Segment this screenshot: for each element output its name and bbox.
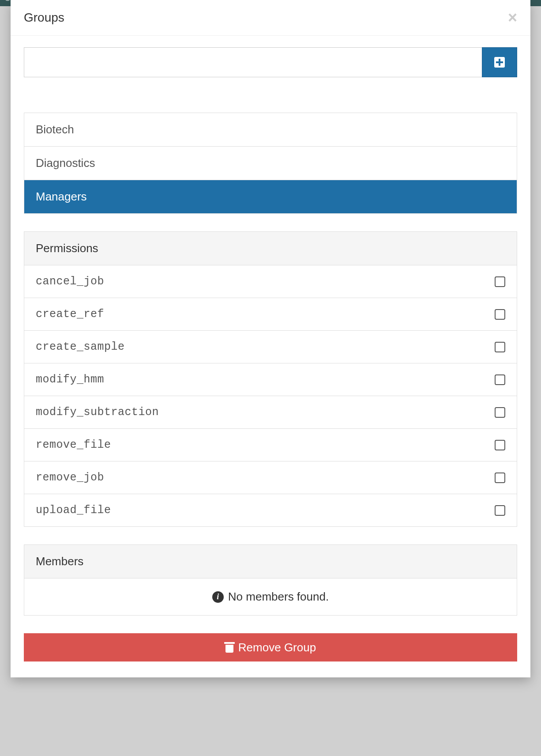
group-create-row xyxy=(24,47,517,77)
remove-group-label: Remove Group xyxy=(238,641,316,654)
permission-checkbox-create_sample[interactable] xyxy=(495,342,505,352)
trash-icon xyxy=(225,642,234,653)
permissions-panel: Permissions cancel_jobcreate_refcreate_s… xyxy=(24,231,517,527)
add-group-button[interactable] xyxy=(482,47,517,77)
permission-name: modify_hmm xyxy=(36,373,104,386)
members-empty-state: i No members found. xyxy=(24,578,517,615)
members-header: Members xyxy=(24,545,517,578)
members-empty-text: No members found. xyxy=(228,590,329,604)
permission-name: cancel_job xyxy=(36,275,104,288)
permission-checkbox-create_ref[interactable] xyxy=(495,309,505,320)
group-item-managers[interactable]: Managers xyxy=(24,180,517,213)
remove-group-button[interactable]: Remove Group xyxy=(24,633,517,662)
permission-row-create_ref: create_ref xyxy=(24,298,517,331)
permission-checkbox-upload_file[interactable] xyxy=(495,505,505,516)
plus-icon xyxy=(494,57,505,68)
close-button[interactable]: × xyxy=(508,10,517,26)
info-icon: i xyxy=(212,591,224,603)
groups-modal: Groups × BiotechDiagnosticsManagers Perm… xyxy=(11,0,530,677)
permission-row-upload_file: upload_file xyxy=(24,494,517,526)
permission-checkbox-cancel_job[interactable] xyxy=(495,276,505,287)
permission-row-create_sample: create_sample xyxy=(24,331,517,363)
permission-name: modify_subtraction xyxy=(36,406,159,419)
group-item-diagnostics[interactable]: Diagnostics xyxy=(24,147,517,180)
permission-row-cancel_job: cancel_job xyxy=(24,265,517,298)
modal-title: Groups xyxy=(24,11,64,25)
permission-checkbox-modify_hmm[interactable] xyxy=(495,374,505,385)
permission-name: create_ref xyxy=(36,308,104,321)
permission-row-remove_file: remove_file xyxy=(24,429,517,461)
permission-checkbox-remove_job[interactable] xyxy=(495,472,505,483)
members-panel: Members i No members found. xyxy=(24,544,517,616)
modal-header: Groups × xyxy=(11,0,530,36)
permission-row-remove_job: remove_job xyxy=(24,461,517,494)
group-item-biotech[interactable]: Biotech xyxy=(24,113,517,147)
groups-list: BiotechDiagnosticsManagers xyxy=(24,113,517,214)
permissions-header: Permissions xyxy=(24,232,517,265)
permission-checkbox-modify_subtraction[interactable] xyxy=(495,407,505,418)
permission-name: remove_file xyxy=(36,438,111,451)
permission-name: upload_file xyxy=(36,504,111,517)
permission-row-modify_hmm: modify_hmm xyxy=(24,363,517,396)
permission-name: create_sample xyxy=(36,340,125,353)
permission-checkbox-remove_file[interactable] xyxy=(495,440,505,450)
group-name-input[interactable] xyxy=(24,47,482,77)
modal-body: BiotechDiagnosticsManagers Permissions c… xyxy=(11,36,530,616)
permission-name: remove_job xyxy=(36,471,104,484)
permission-row-modify_subtraction: modify_subtraction xyxy=(24,396,517,429)
